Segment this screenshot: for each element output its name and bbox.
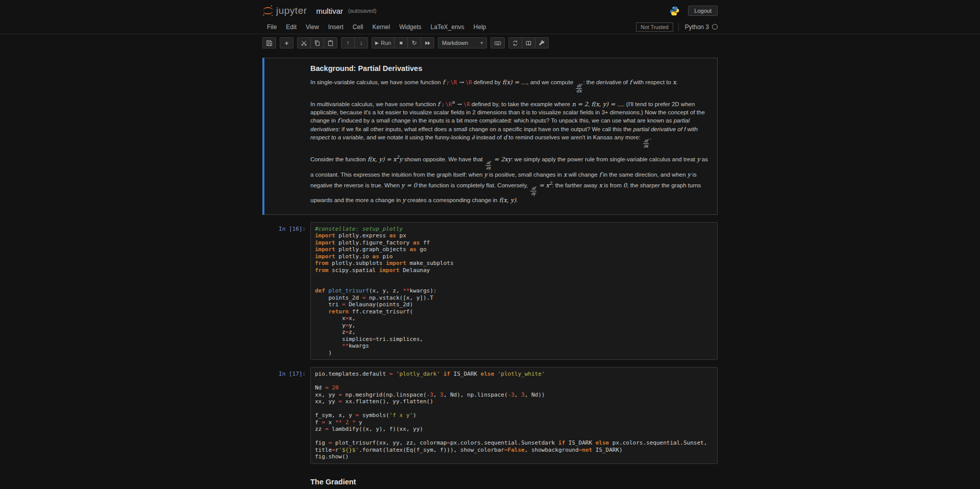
chevron-down-icon: ▾ (481, 40, 483, 45)
markdown-content: Background: Partial DerivativesIn single… (310, 58, 717, 214)
code-line: **kwargs (315, 343, 713, 350)
math-fraction: ∂f∂x (643, 139, 649, 149)
menu-cell[interactable]: Cell (348, 21, 368, 33)
paste-icon (327, 40, 334, 46)
kernel-name: Python 3 (685, 23, 709, 31)
menu-insert[interactable]: Insert (324, 21, 348, 33)
fast-forward-icon (424, 40, 431, 46)
paste-cell-button[interactable] (324, 37, 337, 48)
markdown-cell[interactable]: Background: Partial DerivativesIn single… (262, 58, 718, 215)
restart-icon: ↻ (412, 40, 417, 46)
math-fraction: ∂f∂x (485, 161, 491, 170)
code-cell[interactable]: In [17]:pio.templates.default = 'plotly_… (262, 367, 718, 464)
code-line: #constellate: setup_plotly (315, 226, 713, 233)
markdown-paragraph: In single-variable calculus, we have som… (310, 78, 709, 93)
code-line: points_2d = np.vstack([x, y]).T (315, 295, 713, 302)
run-label: Run (381, 40, 391, 46)
code-line: xx, yy = np.meshgrid(np.linspace(-3, 3, … (315, 392, 713, 399)
code-line: pio.templates.default = 'plotly_dark' if… (315, 371, 713, 378)
code-line: xx, yy = xx.flatten(), yy.flatten() (315, 398, 713, 405)
arrow-down-icon: ↓ (360, 40, 363, 46)
save-button[interactable] (262, 37, 276, 48)
notebook-cells: Background: Partial DerivativesIn single… (262, 58, 718, 489)
code-line: def plot_trisurf(x, y, z, **kwargs): (315, 287, 713, 295)
menu-view[interactable]: View (301, 21, 324, 33)
cell-type-value: Markdown (442, 40, 468, 46)
code-line: f_sym, x, y = symbols('f x y') (315, 412, 713, 419)
menu-kernel[interactable]: Kernel (368, 21, 395, 33)
code-line: fig.show() (315, 453, 713, 460)
math-fraction: dfdx (576, 84, 582, 93)
header: jupyter multivar (autosaved) Logout (0, 0, 980, 18)
code-line (315, 378, 713, 385)
save-icon (266, 40, 273, 46)
cell-type-dropdown[interactable]: Markdown ▾ (438, 37, 487, 48)
jupyter-logo[interactable]: jupyter (262, 5, 307, 17)
latex-envs-doc-button[interactable] (522, 37, 535, 48)
restart-kernel-button[interactable]: ↻ (407, 37, 421, 48)
markdown-content: The GradientSo, given some scalar field … (310, 472, 717, 489)
menu-widgets[interactable]: Widgets (395, 21, 426, 33)
python-logo-icon (669, 6, 680, 16)
menu-items: File Edit View Insert Cell Kernel Widget… (262, 21, 491, 33)
code-line: fig = plot_trisurf(xx, yy, zz, colormap=… (315, 439, 713, 447)
code-line: import plotly.io as pio (315, 253, 713, 260)
markdown-heading: Background: Partial Derivatives (310, 64, 709, 73)
code-line: z=z, (315, 329, 713, 336)
cut-cell-button[interactable] (297, 37, 311, 48)
run-button[interactable]: ▶ Run (372, 37, 395, 48)
math-fraction: ∂f∂y (530, 186, 536, 196)
menubar: File Edit View Insert Cell Kernel Widget… (0, 20, 980, 34)
code-line: import plotly.graph_objects as go (315, 246, 713, 253)
scissors-icon (301, 40, 307, 46)
code-line: from plotly.subplots import make_subplot… (315, 260, 713, 267)
input-prompt (264, 472, 310, 489)
code-line: return ff.create_trisurf( (315, 308, 713, 315)
code-line (315, 405, 713, 412)
menu-edit[interactable]: Edit (281, 21, 301, 33)
autosave-status: (autosaved) (348, 8, 376, 14)
sync-arrows-icon (512, 40, 519, 46)
notebook-title[interactable]: multivar (316, 7, 344, 15)
code-line (315, 281, 713, 288)
markdown-paragraph: Consider the function f(x, y) = x2y show… (310, 153, 709, 205)
jupyter-logo-text: jupyter (276, 5, 307, 16)
move-cell-up-button[interactable]: ↑ (341, 37, 355, 48)
restart-run-all-button[interactable] (421, 37, 434, 48)
code-line: f = x ** 2 * y (315, 419, 713, 426)
input-prompt: In [17]: (262, 367, 310, 464)
code-line: title=r'${}$'.format(latex(Eq(f_sym, f))… (315, 447, 713, 454)
markdown-cell[interactable]: The GradientSo, given some scalar field … (262, 471, 718, 489)
kernel-indicator: Python 3 (678, 23, 718, 31)
not-trusted-button[interactable]: Not Trusted (636, 22, 673, 32)
code-editor[interactable]: pio.templates.default = 'plotly_dark' if… (310, 367, 718, 464)
latex-envs-config-button[interactable] (535, 37, 549, 48)
copy-cell-button[interactable] (310, 37, 324, 48)
move-cell-down-button[interactable]: ↓ (354, 37, 368, 48)
input-prompt: In [16]: (262, 222, 310, 360)
code-line: y=y, (315, 322, 713, 329)
toolbar: + ↑ ↓ ▶ (0, 34, 980, 51)
plus-icon: + (285, 40, 289, 46)
code-line: import plotly.figure_factory as ff (315, 239, 713, 247)
menu-latex-envs[interactable]: LaTeX_envs (426, 21, 469, 33)
code-line: zz = lambdify((x, y), f)(xx, yy) (315, 426, 713, 433)
latex-envs-refresh-button[interactable] (508, 37, 522, 48)
interrupt-kernel-button[interactable]: ■ (394, 37, 408, 48)
code-line: tri = Delaunay(points_2d) (315, 301, 713, 308)
insert-cell-below-button[interactable]: + (280, 37, 293, 48)
menu-file[interactable]: File (262, 21, 281, 33)
menu-help[interactable]: Help (469, 21, 491, 33)
logout-button[interactable]: Logout (688, 6, 718, 16)
code-editor[interactable]: #constellate: setup_plotlyimport plotly.… (310, 222, 718, 360)
code-line: import plotly.express as px (315, 232, 713, 239)
arrow-up-icon: ↑ (347, 40, 350, 46)
code-cell[interactable]: In [16]:#constellate: setup_plotlyimport… (262, 222, 718, 360)
command-palette-button[interactable] (491, 37, 505, 48)
markdown-paragraph: In multivariable calculus, we have some … (310, 98, 709, 149)
jupyter-planet-icon (262, 5, 274, 17)
wrench-icon (538, 40, 545, 46)
copy-icon (314, 40, 321, 46)
code-line: from scipy.spatial import Delaunay (315, 267, 713, 274)
book-icon (525, 40, 532, 46)
